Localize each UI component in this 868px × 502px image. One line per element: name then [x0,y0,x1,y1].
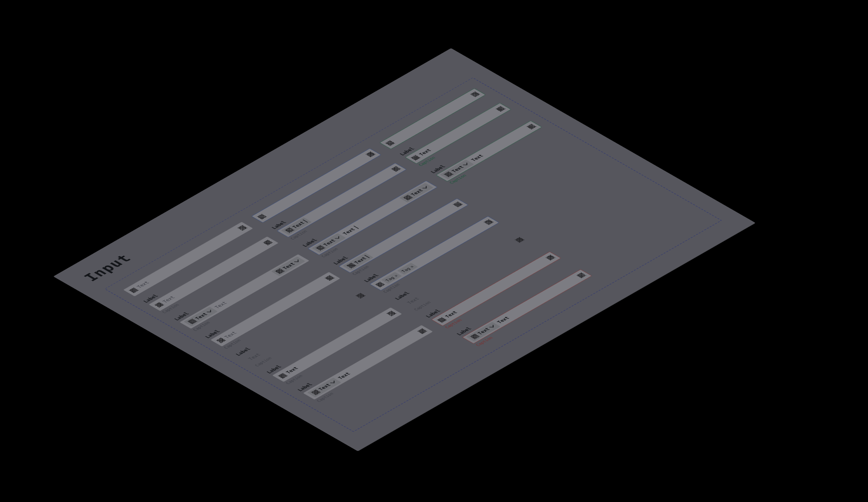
component-frame: Text Label Text [104,77,722,432]
placeholder-icon [365,151,375,157]
placeholder-icon [284,227,294,233]
placeholder-icon [411,155,420,160]
input-value: Text [470,153,484,162]
input-placeholder: Text [223,330,238,339]
tag-label: Tag [384,275,395,282]
placeholder-icon [470,333,479,339]
input-value: Text [337,372,352,380]
placeholder-icon [346,263,356,268]
placeholder-icon [403,195,413,200]
chevron-down-icon [488,324,496,328]
input-placeholder: Text [213,300,228,309]
placeholder-icon [216,337,226,343]
input-value: Text [291,220,306,229]
input-value: Text [418,148,432,156]
input-placeholder: Text [406,296,420,305]
select-value: Text [476,327,491,335]
placeholder-icon [311,389,321,395]
chevron-down-icon [206,309,213,313]
select-value: Text [322,238,336,246]
placeholder-icon [453,201,463,207]
chevron-down-icon [329,380,336,384]
placeholder-icon [417,328,427,333]
placeholder-icon [375,281,385,287]
select-value: Text [409,188,424,196]
placeholder-icon [237,225,247,230]
select-value: Text [281,262,296,270]
select-value: Text [317,383,332,391]
placeholder-icon [576,272,586,278]
placeholder-icon [278,373,287,378]
placeholder-icon [263,239,273,245]
input-placeholder: Text [136,280,150,289]
input-value: Text [341,227,356,236]
chevron-down-icon [293,259,301,263]
placeholder-icon [315,245,325,250]
placeholder-icon [444,171,453,177]
input-placeholder: Text [161,295,176,303]
placeholder-icon [484,219,494,225]
placeholder-icon [496,106,505,111]
placeholder-icon [187,318,197,324]
placeholder-icon [514,237,524,242]
placeholder-icon [545,255,555,260]
input-placeholder: Text [247,352,261,360]
input-value: Text [496,316,510,324]
chevron-down-icon [421,185,429,190]
placeholder-icon [437,317,447,323]
placeholder-icon [391,166,401,171]
placeholder-icon [527,123,536,129]
input-value: Text [353,256,367,265]
artboard: Input Text [53,48,756,451]
select-value: Text [194,312,208,320]
chevron-down-icon [334,236,341,240]
placeholder-icon [385,140,395,146]
placeholder-icon [470,91,480,97]
placeholder-icon [325,275,335,280]
input-value: Text [444,310,458,319]
placeholder-icon [129,287,139,293]
input-value: Text [285,366,300,374]
placeholder-icon [275,268,284,273]
placeholder-icon [257,214,267,219]
select-value: Text [450,165,465,173]
placeholder-icon [387,310,396,316]
placeholder-icon [356,293,365,298]
chevron-down-icon [462,162,470,166]
tag-label: Tag [400,266,411,273]
placeholder-icon [154,302,164,307]
text-cursor-icon [353,226,359,229]
